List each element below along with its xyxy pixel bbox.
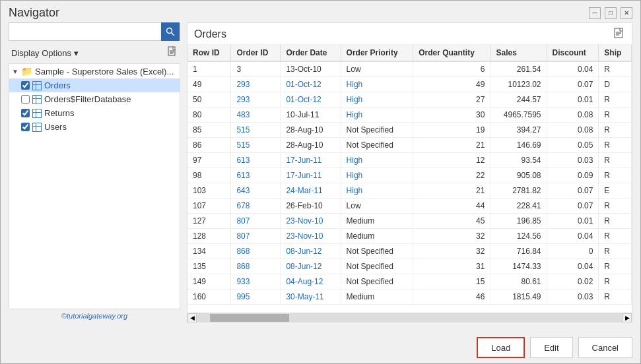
col-order-quantity: Order Quantity xyxy=(413,45,490,61)
cell-order-date: 17-Jun-11 xyxy=(281,168,341,183)
cell-order-priority: Not Specified xyxy=(341,138,413,153)
users-checkbox[interactable] xyxy=(21,123,30,131)
restore-button[interactable]: □ xyxy=(605,7,617,19)
scroll-right-button[interactable]: ▶ xyxy=(623,313,632,322)
cell-order-priority: High xyxy=(341,107,413,123)
cell-discount: 0.03 xyxy=(547,289,599,305)
cell-sales: 146.69 xyxy=(490,138,547,153)
cell-ship: E xyxy=(599,183,632,198)
cell-order-priority: Not Specified xyxy=(341,274,413,289)
orders-filter-checkbox[interactable] xyxy=(21,95,30,104)
scroll-thumb[interactable] xyxy=(210,314,289,322)
cell-order-quantity: 31 xyxy=(413,259,490,274)
cell-discount: 0.01 xyxy=(547,214,599,229)
table-header-row: Row ID Order ID Order Date Order Priorit… xyxy=(187,45,632,61)
load-button[interactable]: Load xyxy=(477,337,525,358)
col-sales: Sales xyxy=(490,45,547,61)
tree-item-orders[interactable]: Orders xyxy=(9,78,180,92)
cell-order-date: 17-Jun-11 xyxy=(281,153,341,168)
window-controls: ─ □ ✕ xyxy=(589,7,632,19)
export-button[interactable] xyxy=(613,27,625,42)
cell-row-id: 149 xyxy=(187,274,231,289)
cell-discount: 0.01 xyxy=(547,92,599,107)
returns-table-icon xyxy=(32,109,42,118)
cell-ship: R xyxy=(599,92,632,107)
cell-row-id: 160 xyxy=(187,289,231,305)
data-table: Row ID Order ID Order Date Order Priorit… xyxy=(187,45,632,305)
data-table-container[interactable]: Row ID Order ID Order Date Order Priorit… xyxy=(187,45,632,313)
search-button[interactable] xyxy=(161,22,180,41)
cell-order-id: 868 xyxy=(231,244,281,259)
cell-discount: 0.04 xyxy=(547,61,599,77)
cell-order-quantity: 12 xyxy=(413,153,490,168)
tree-item-users[interactable]: Users xyxy=(9,120,180,134)
cell-order-id: 643 xyxy=(231,183,281,198)
cell-sales: 1815.49 xyxy=(490,289,547,305)
cell-sales: 80.61 xyxy=(490,274,547,289)
cell-order-id: 807 xyxy=(231,229,281,244)
tree-view[interactable]: ▼ 📁 Sample - Superstore Sales (Excel)...… xyxy=(9,63,180,309)
cell-order-priority: Low xyxy=(341,61,413,77)
scroll-track[interactable] xyxy=(197,313,623,322)
cell-row-id: 49 xyxy=(187,77,231,92)
cell-row-id: 85 xyxy=(187,123,231,138)
cell-order-priority: High xyxy=(341,168,413,183)
cell-order-id: 3 xyxy=(231,61,281,77)
nav-page-icon-button[interactable] xyxy=(164,45,180,61)
returns-checkbox[interactable] xyxy=(21,109,30,117)
cell-order-quantity: 45 xyxy=(413,214,490,229)
table-row: 97 613 17-Jun-11 High 12 93.54 0.03 R xyxy=(187,153,632,168)
cell-sales: 1474.33 xyxy=(490,259,547,274)
root-item-label: Sample - Superstore Sales (Excel)... xyxy=(35,67,174,76)
cell-order-quantity: 30 xyxy=(413,107,490,123)
cell-ship: R xyxy=(599,153,632,168)
table-row: 128 807 23-Nov-10 Medium 32 124.56 0.04 … xyxy=(187,229,632,244)
orders-filter-label: Orders$FilterDatabase xyxy=(44,94,131,104)
cell-ship: R xyxy=(599,107,632,123)
orders-filter-table-icon xyxy=(32,95,42,104)
cancel-button[interactable]: Cancel xyxy=(578,337,632,358)
cell-order-quantity: 21 xyxy=(413,138,490,153)
table-row: 149 933 04-Aug-12 Not Specified 15 80.61… xyxy=(187,274,632,289)
cell-order-id: 515 xyxy=(231,123,281,138)
cell-order-quantity: 44 xyxy=(413,198,490,214)
cell-order-priority: High xyxy=(341,92,413,107)
tree-item-orders-filter[interactable]: Orders$FilterDatabase xyxy=(9,92,180,106)
cell-order-quantity: 27 xyxy=(413,92,490,107)
cell-order-quantity: 15 xyxy=(413,274,490,289)
tree-root-item[interactable]: ▼ 📁 Sample - Superstore Sales (Excel)... xyxy=(9,64,180,78)
svg-point-0 xyxy=(167,28,172,34)
cell-order-id: 933 xyxy=(231,274,281,289)
display-options-button[interactable]: Display Options ▾ xyxy=(9,47,81,59)
svg-line-1 xyxy=(172,33,175,36)
cell-ship: R xyxy=(599,214,632,229)
cell-order-date: 26-Feb-10 xyxy=(281,198,341,214)
cell-sales: 93.54 xyxy=(490,153,547,168)
watermark: ©tutorialgateway.org xyxy=(9,309,180,322)
cell-order-date: 04-Aug-12 xyxy=(281,274,341,289)
horizontal-scrollbar[interactable]: ◀ ▶ xyxy=(187,313,632,322)
edit-button[interactable]: Edit xyxy=(530,337,572,358)
search-input[interactable] xyxy=(9,26,161,38)
tree-item-returns[interactable]: Returns xyxy=(9,106,180,120)
cell-sales: 394.27 xyxy=(490,123,547,138)
footer: Load Edit Cancel xyxy=(1,330,640,363)
table-row: 86 515 28-Aug-10 Not Specified 21 146.69… xyxy=(187,138,632,153)
cell-order-date: 01-Oct-12 xyxy=(281,77,341,92)
scroll-left-button[interactable]: ◀ xyxy=(187,313,197,322)
close-button[interactable]: ✕ xyxy=(621,7,632,19)
cell-order-quantity: 21 xyxy=(413,183,490,198)
cell-order-priority: High xyxy=(341,183,413,198)
minimize-button[interactable]: ─ xyxy=(589,7,601,19)
right-panel-actions xyxy=(613,27,625,42)
cell-sales: 228.41 xyxy=(490,198,547,214)
orders-checkbox[interactable] xyxy=(21,81,30,90)
cell-discount: 0.02 xyxy=(547,274,599,289)
cell-discount: 0 xyxy=(547,244,599,259)
cell-order-date: 24-Mar-11 xyxy=(281,183,341,198)
col-discount: Discount xyxy=(547,45,599,61)
expand-icon: ▼ xyxy=(12,68,20,75)
col-ship: Ship xyxy=(599,45,632,61)
cell-row-id: 103 xyxy=(187,183,231,198)
cell-discount: 0.04 xyxy=(547,229,599,244)
